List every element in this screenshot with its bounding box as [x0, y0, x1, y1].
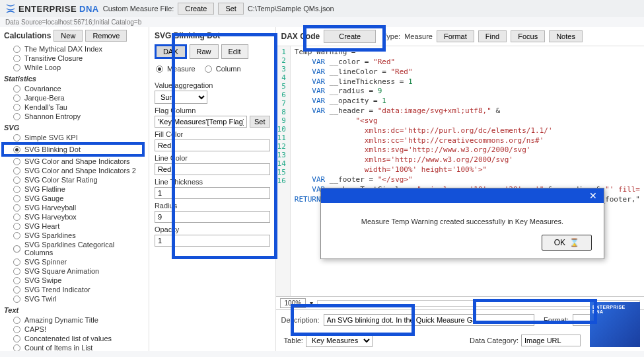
- sidebar-item[interactable]: SVG Blinking Dot: [1, 142, 145, 157]
- fill-input[interactable]: [155, 139, 270, 151]
- thick-input[interactable]: [155, 187, 270, 199]
- thick-label: Line Thickness: [155, 178, 270, 186]
- radio-icon: [13, 186, 20, 193]
- sidebar-item[interactable]: SVG Swipe: [4, 276, 145, 285]
- sidebar-item[interactable]: Jarque-Bera: [4, 93, 145, 102]
- sidebar-group-title: Statistics: [4, 75, 145, 83]
- sidebar-item[interactable]: Concatenated list of values: [4, 334, 145, 343]
- notes-button[interactable]: Notes: [549, 30, 583, 42]
- sidebar-item[interactable]: Count of Items in List: [4, 343, 145, 351]
- sidebar-item[interactable]: SVG Sparklines: [4, 231, 145, 240]
- new-calc-button[interactable]: New: [54, 30, 83, 42]
- sidebar-item-label: The Mythical DAX Index: [24, 45, 102, 53]
- sidebar-item[interactable]: SVG Color Star Rating: [4, 175, 145, 184]
- radio-icon: [13, 95, 20, 102]
- flag-set-button[interactable]: Set: [250, 116, 270, 128]
- sidebar-item[interactable]: SVG Harveybox: [4, 212, 145, 221]
- format-label: Format:: [544, 316, 569, 324]
- val-agg-label: Value aggregation: [155, 81, 270, 89]
- ok-button[interactable]: OK ⌛: [542, 235, 592, 251]
- sidebar: Calculations New Remove The Mythical DAX…: [0, 27, 149, 351]
- sidebar-item[interactable]: Shannon Entropy: [4, 112, 145, 121]
- radio-icon: [13, 204, 20, 212]
- sidebar-item-label: CAPS!: [24, 325, 46, 333]
- radio-column[interactable]: Column: [205, 64, 241, 73]
- description-input[interactable]: [324, 314, 534, 326]
- sidebar-group-title: Text: [4, 306, 145, 314]
- sidebar-item-label: SVG Twirl: [24, 295, 57, 303]
- chevron-down-icon[interactable]: ▾: [310, 299, 313, 307]
- zoom-level[interactable]: 100%: [280, 298, 306, 308]
- sidebar-item[interactable]: Amazing Dynamic Title: [4, 315, 145, 325]
- table-select[interactable]: Key Measures: [306, 334, 373, 347]
- radio-icon: [13, 335, 20, 342]
- sidebar-item[interactable]: SVG Flatline: [4, 184, 145, 194]
- sidebar-item[interactable]: SVG Harveyball: [4, 203, 145, 212]
- radio-icon: [13, 214, 20, 221]
- radio-icon: [13, 134, 20, 141]
- find-button[interactable]: Find: [478, 30, 507, 42]
- radio-icon: [13, 158, 20, 165]
- sidebar-item-label: SVG Color Star Rating: [24, 176, 98, 184]
- remove-calc-button[interactable]: Remove: [85, 30, 127, 42]
- sidebar-item[interactable]: SVG Color and Shape Indicators 2: [4, 166, 145, 175]
- sidebar-item-label: SVG Swipe: [24, 276, 61, 284]
- sidebar-item[interactable]: Transitive Closure: [4, 54, 145, 63]
- table-label: Table:: [284, 337, 303, 344]
- close-icon[interactable]: ✕: [587, 190, 600, 201]
- sidebar-item[interactable]: Kendall's Tau: [4, 102, 145, 112]
- sidebar-item[interactable]: While Loop: [4, 63, 145, 72]
- sidebar-item[interactable]: Simple SVG KPI: [4, 133, 145, 142]
- sidebar-item-label: SVG Heart: [24, 222, 59, 230]
- create-file-button[interactable]: Create: [178, 3, 214, 15]
- data-category-label: Data Category:: [470, 337, 519, 344]
- data-category-input[interactable]: [521, 335, 581, 346]
- radio-measure-label: Measure: [167, 65, 196, 73]
- radio-icon: [13, 64, 20, 71]
- sidebar-item[interactable]: SVG Trend Indicator: [4, 285, 145, 294]
- radio-icon: [13, 268, 20, 275]
- sidebar-item[interactable]: SVG Heart: [4, 221, 145, 231]
- sidebar-item[interactable]: SVG Gauge: [4, 194, 145, 203]
- ok-label: OK: [554, 238, 565, 247]
- sidebar-item-label: SVG Blinking Dot: [24, 145, 81, 153]
- sidebar-item[interactable]: The Mythical DAX Index: [4, 44, 145, 54]
- line-gutter: 1 2 3 4 5 6 7 8 9 10 11 12 13 14 15 16: [276, 46, 291, 296]
- radio-icon: [13, 326, 20, 333]
- focus-button[interactable]: Focus: [511, 30, 545, 42]
- sidebar-item[interactable]: Covariance: [4, 84, 145, 93]
- sidebar-item[interactable]: CAPS!: [4, 325, 145, 334]
- sidebar-item[interactable]: SVG Square Animation: [4, 266, 145, 276]
- opacity-input[interactable]: [155, 235, 270, 247]
- radio-column-label: Column: [216, 65, 241, 73]
- custom-measure-label: Custom Measure File:: [103, 5, 174, 13]
- description-label: Description:: [281, 316, 320, 324]
- sidebar-item-label: Kendall's Tau: [24, 103, 67, 111]
- format-button[interactable]: Format: [437, 30, 474, 42]
- create-measure-button[interactable]: Create: [324, 30, 376, 43]
- sidebar-item-label: Amazing Dynamic Title: [24, 316, 98, 324]
- radio-measure[interactable]: Measure: [156, 64, 196, 73]
- tab-raw[interactable]: Raw: [190, 44, 219, 59]
- logo: ENTERPRISE DNA: [5, 3, 99, 14]
- radio-icon: [13, 296, 20, 303]
- val-agg-select[interactable]: Sum: [155, 91, 207, 104]
- radius-label: Radius: [155, 202, 270, 210]
- sidebar-item-label: Shannon Entropy: [24, 112, 81, 120]
- sidebar-item[interactable]: SVG Color and Shape Indicators: [4, 157, 145, 166]
- sidebar-item[interactable]: SVG Twirl: [4, 294, 145, 303]
- tab-dax[interactable]: DAX: [155, 44, 187, 59]
- radio-icon: [13, 258, 20, 266]
- tab-edit[interactable]: Edit: [221, 44, 248, 59]
- radio-icon: [13, 167, 20, 175]
- radio-icon: [13, 286, 20, 294]
- flag-input[interactable]: [155, 116, 247, 128]
- radius-input[interactable]: [155, 211, 270, 223]
- sidebar-item-label: SVG Harveyball: [24, 204, 76, 212]
- set-file-button[interactable]: Set: [218, 3, 244, 15]
- sidebar-item[interactable]: SVG Sparklines Categorical Columns: [4, 240, 145, 257]
- sidebar-item[interactable]: SVG Spinner: [4, 257, 145, 266]
- line-input[interactable]: [155, 163, 270, 175]
- radio-icon: [13, 317, 20, 324]
- sidebar-item-label: SVG Spinner: [24, 258, 67, 266]
